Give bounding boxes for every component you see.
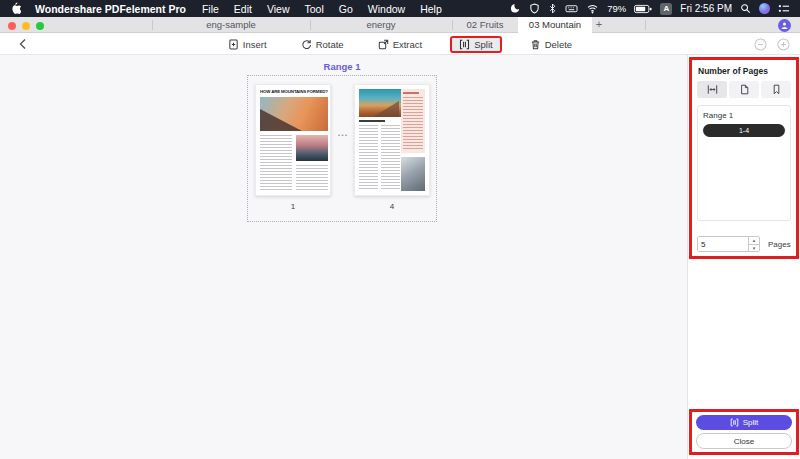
insert-label: Insert (243, 39, 267, 50)
bluetooth-icon[interactable] (548, 3, 557, 14)
split-tool-label: Split (474, 39, 492, 50)
tab-energy[interactable]: energy (366, 17, 395, 33)
close-label: Close (734, 437, 754, 446)
menu-file[interactable]: File (202, 3, 219, 15)
extract-button[interactable]: Extract (372, 37, 429, 52)
keyboard-icon[interactable] (565, 3, 578, 14)
split-confirm-button[interactable]: Split (696, 415, 792, 430)
battery-icon[interactable] (634, 4, 652, 14)
tab-02-fruits[interactable]: 02 Fruits (467, 17, 504, 33)
close-button[interactable]: Close (696, 433, 792, 449)
zoom-in-icon[interactable] (777, 38, 790, 51)
text-column (359, 125, 378, 191)
delete-button[interactable]: Delete (524, 37, 578, 52)
extract-label: Extract (393, 39, 423, 50)
add-tab-button[interactable]: + (591, 17, 607, 33)
tab-separator (310, 20, 311, 30)
split-mode-segmented-control (697, 81, 791, 98)
split-by-pages-icon[interactable] (697, 81, 727, 98)
split-by-bookmark-icon[interactable] (761, 81, 791, 98)
page-organize-toolbar: Insert Rotate Extract Split Delete (0, 33, 800, 55)
tab-eng-sample[interactable]: eng-sample (206, 17, 256, 33)
control-center-icon[interactable] (778, 3, 790, 14)
menu-edit[interactable]: Edit (234, 3, 252, 15)
split-tool-button[interactable]: Split (450, 36, 501, 53)
menu-window[interactable]: Window (368, 3, 405, 15)
app-window: Wondershare PDFelement Pro File Edit Vie… (0, 0, 800, 459)
siri-icon[interactable] (759, 3, 770, 14)
minimize-window-icon[interactable] (22, 22, 30, 30)
menu-tool[interactable]: Tool (305, 3, 324, 15)
rotate-button[interactable]: Rotate (295, 37, 350, 52)
battery-percent: 79% (607, 3, 626, 14)
page-count-unit: Pages (768, 240, 791, 249)
menu-view[interactable]: View (267, 3, 290, 15)
text-column (260, 135, 292, 192)
menu-help[interactable]: Help (420, 3, 442, 15)
gray-mountain-photo (401, 157, 425, 191)
peak-photo (359, 89, 401, 117)
annotation-box-settings: Number of Pages Range 1 1-4 (689, 57, 799, 259)
moon-icon[interactable] (510, 3, 521, 14)
input-source-icon[interactable]: A (660, 3, 672, 15)
page-count-stepper[interactable]: ▴ ▾ (748, 237, 759, 251)
range-group-title: Range 1 (247, 61, 437, 72)
menu-go[interactable]: Go (339, 3, 353, 15)
range-pages-pill[interactable]: 1-4 (703, 124, 785, 137)
panel-title: Number of Pages (698, 66, 791, 76)
page-thumbnail-1[interactable]: HOW ARE MOUNTAINS FORMED? (255, 84, 331, 196)
split-settings-panel: Number of Pages Range 1 1-4 (687, 55, 800, 459)
close-window-icon[interactable] (8, 22, 16, 30)
page-thumbnail-4[interactable] (354, 84, 430, 196)
split-range-group: HOW ARE MOUNTAINS FORMED? ... 1 (247, 75, 437, 222)
collapsed-pages-ellipsis: ... (331, 128, 355, 138)
mountain-photo (260, 97, 328, 131)
zoom-out-icon[interactable] (754, 38, 767, 51)
zoom-window-icon[interactable] (36, 22, 44, 30)
text-column (381, 125, 400, 191)
tab-03-mountain-active[interactable]: 03 Mountain (518, 17, 592, 33)
wifi-icon[interactable] (586, 3, 599, 14)
tab-separator (152, 20, 153, 30)
sidebar-callout (401, 89, 425, 153)
page-number-4: 4 (354, 202, 430, 211)
insert-button[interactable]: Insert (222, 37, 273, 52)
delete-label: Delete (545, 39, 572, 50)
annotation-box-actions: Split Close (689, 409, 799, 455)
page-count-input[interactable] (698, 237, 748, 251)
tab-bar: eng-sample energy 02 Fruits 03 Mountain … (0, 17, 800, 33)
lake-photo (296, 135, 328, 161)
tab-separator (645, 20, 646, 30)
page-count-row: ▴ ▾ Pages (697, 236, 791, 252)
menu-bar: Wondershare PDFelement Pro File Edit Vie… (0, 0, 800, 17)
menu-bar-clock[interactable]: Fri 2:56 PM (680, 3, 732, 14)
range-item-label: Range 1 (703, 111, 785, 120)
app-name[interactable]: Wondershare PDFelement Pro (35, 3, 186, 15)
mini-heading (359, 120, 385, 122)
apple-menu-icon[interactable] (10, 2, 21, 15)
window-controls (8, 22, 44, 30)
account-avatar[interactable] (778, 19, 791, 32)
document-canvas: Range 1 HOW ARE MOUNTAINS FORMED? ... (0, 55, 800, 459)
split-confirm-label: Split (743, 418, 759, 427)
text-column (296, 165, 328, 192)
shield-icon[interactable] (529, 3, 540, 14)
range-list: Range 1 1-4 (697, 105, 791, 221)
page-number-1: 1 (255, 202, 331, 211)
split-by-file-icon[interactable] (729, 81, 759, 98)
stepper-up-icon[interactable]: ▴ (749, 237, 759, 245)
stepper-down-icon[interactable]: ▾ (749, 245, 759, 252)
rotate-label: Rotate (316, 39, 344, 50)
page-1-heading: HOW ARE MOUNTAINS FORMED? (260, 89, 328, 94)
spotlight-search-icon[interactable] (740, 3, 751, 14)
tab-separator (452, 20, 453, 30)
